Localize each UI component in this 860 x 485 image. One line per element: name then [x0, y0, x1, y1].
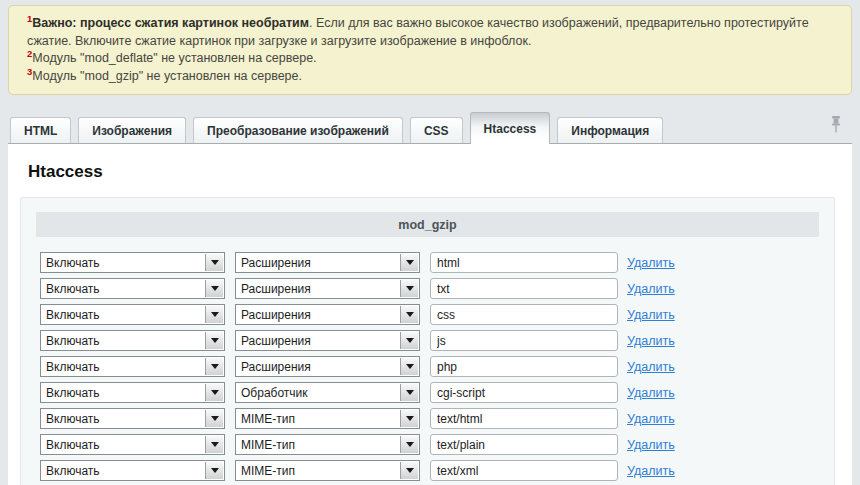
- rule-row: Включать Расширения Удалить: [40, 252, 834, 273]
- rule-value-input[interactable]: [430, 382, 618, 403]
- select-button[interactable]: [205, 306, 223, 323]
- chevron-down-icon: [406, 416, 414, 421]
- rule-value-input[interactable]: [430, 278, 618, 299]
- rule-row: Включать Обработчик Удалить: [40, 382, 834, 403]
- chevron-down-icon: [211, 312, 219, 317]
- delete-link[interactable]: Удалить: [627, 412, 675, 426]
- notice-bold: Важно: процесс сжатия картинок необратим: [32, 16, 309, 30]
- tab-label: CSS: [424, 124, 449, 138]
- rule-mode-select[interactable]: Включать: [40, 278, 225, 299]
- rule-type-select[interactable]: Расширения: [235, 330, 420, 351]
- rule-mode-select[interactable]: Включать: [40, 252, 225, 273]
- rule-type-select[interactable]: MIME-тип: [235, 408, 420, 429]
- delete-link[interactable]: Удалить: [627, 308, 675, 322]
- select-button[interactable]: [400, 280, 418, 297]
- section-header: mod_gzip: [36, 212, 819, 237]
- select-button[interactable]: [205, 358, 223, 375]
- tab-изображения[interactable]: Изображения: [78, 117, 186, 143]
- rule-value-input[interactable]: [430, 330, 618, 351]
- rule-type-select[interactable]: Расширения: [235, 278, 420, 299]
- rule-mode-select[interactable]: Включать: [40, 434, 225, 455]
- select-button[interactable]: [205, 410, 223, 427]
- notice-text: Модуль "mod_deflate" не установлен на се…: [32, 51, 316, 65]
- tab-css[interactable]: CSS: [410, 117, 463, 143]
- rule-type-value: MIME-тип: [241, 412, 295, 426]
- rule-mode-select[interactable]: Включать: [40, 382, 225, 403]
- delete-link[interactable]: Удалить: [627, 438, 675, 452]
- rule-type-select[interactable]: Расширения: [235, 356, 420, 377]
- page-title: Htaccess: [28, 162, 852, 182]
- rule-mode-select[interactable]: Включать: [40, 460, 225, 481]
- rule-mode-select[interactable]: Включать: [40, 330, 225, 351]
- chevron-down-icon: [406, 338, 414, 343]
- content-panel: Htaccess mod_gzip Включать Расширения Уд…: [8, 143, 852, 485]
- notice-item: 2Модуль "mod_deflate" не установлен на с…: [27, 50, 835, 68]
- select-button[interactable]: [205, 332, 223, 349]
- rule-type-value: Обработчик: [241, 386, 308, 400]
- rule-mode-value: Включать: [46, 334, 100, 348]
- tab-bar: HTML Изображения Преобразование изображе…: [8, 110, 852, 144]
- notice-item: 1Важно: процесс сжатия картинок необрати…: [27, 15, 835, 50]
- select-button[interactable]: [400, 306, 418, 323]
- rule-mode-select[interactable]: Включать: [40, 408, 225, 429]
- select-button[interactable]: [400, 384, 418, 401]
- select-button[interactable]: [400, 436, 418, 453]
- tab-html[interactable]: HTML: [10, 117, 71, 143]
- rule-type-value: Расширения: [241, 256, 311, 270]
- rule-value-input[interactable]: [430, 434, 618, 455]
- chevron-down-icon: [211, 416, 219, 421]
- rule-row: Включать MIME-тип Удалить: [40, 434, 834, 455]
- rule-row: Включать Расширения Удалить: [40, 356, 834, 377]
- rule-type-select[interactable]: Расширения: [235, 304, 420, 325]
- chevron-down-icon: [406, 468, 414, 473]
- pin-icon[interactable]: [830, 116, 842, 137]
- select-button[interactable]: [205, 280, 223, 297]
- rule-type-select[interactable]: MIME-тип: [235, 434, 420, 455]
- delete-link[interactable]: Удалить: [627, 256, 675, 270]
- delete-link[interactable]: Удалить: [627, 282, 675, 296]
- select-button[interactable]: [400, 332, 418, 349]
- notice-text: Модуль "mod_gzip" не установлен на серве…: [32, 69, 302, 83]
- rule-mode-value: Включать: [46, 256, 100, 270]
- select-button[interactable]: [205, 436, 223, 453]
- chevron-down-icon: [211, 338, 219, 343]
- select-button[interactable]: [400, 254, 418, 271]
- tab-преобразование-изображений[interactable]: Преобразование изображений: [193, 117, 403, 143]
- select-button[interactable]: [205, 462, 223, 479]
- chevron-down-icon: [211, 390, 219, 395]
- rule-row: Включать Расширения Удалить: [40, 330, 834, 351]
- rule-mode-value: Включать: [46, 412, 100, 426]
- select-button[interactable]: [400, 462, 418, 479]
- notice-box: 1Важно: процесс сжатия картинок необрати…: [8, 5, 852, 95]
- delete-link[interactable]: Удалить: [627, 360, 675, 374]
- tab-label: Htaccess: [484, 122, 537, 136]
- select-button[interactable]: [400, 358, 418, 375]
- rule-mode-select[interactable]: Включать: [40, 304, 225, 325]
- chevron-down-icon: [211, 260, 219, 265]
- chevron-down-icon: [406, 312, 414, 317]
- rule-value-input[interactable]: [430, 356, 618, 377]
- rule-value-input[interactable]: [430, 304, 618, 325]
- rule-mode-select[interactable]: Включать: [40, 356, 225, 377]
- tab-информация[interactable]: Информация: [557, 117, 663, 143]
- select-button[interactable]: [205, 254, 223, 271]
- rule-value-input[interactable]: [430, 460, 618, 481]
- tab-label: Изображения: [92, 124, 172, 138]
- rule-type-select[interactable]: Обработчик: [235, 382, 420, 403]
- rule-value-input[interactable]: [430, 408, 618, 429]
- rule-type-value: Расширения: [241, 282, 311, 296]
- rule-value-input[interactable]: [430, 252, 618, 273]
- rule-mode-value: Включать: [46, 464, 100, 478]
- chevron-down-icon: [211, 364, 219, 369]
- delete-link[interactable]: Удалить: [627, 464, 675, 478]
- chevron-down-icon: [406, 390, 414, 395]
- rule-type-select[interactable]: MIME-тип: [235, 460, 420, 481]
- delete-link[interactable]: Удалить: [627, 386, 675, 400]
- select-button[interactable]: [205, 384, 223, 401]
- rule-type-select[interactable]: Расширения: [235, 252, 420, 273]
- rule-mode-value: Включать: [46, 438, 100, 452]
- delete-link[interactable]: Удалить: [627, 334, 675, 348]
- tab-htaccess[interactable]: Htaccess: [470, 112, 551, 144]
- select-button[interactable]: [400, 410, 418, 427]
- rule-row: Включать MIME-тип Удалить: [40, 460, 834, 481]
